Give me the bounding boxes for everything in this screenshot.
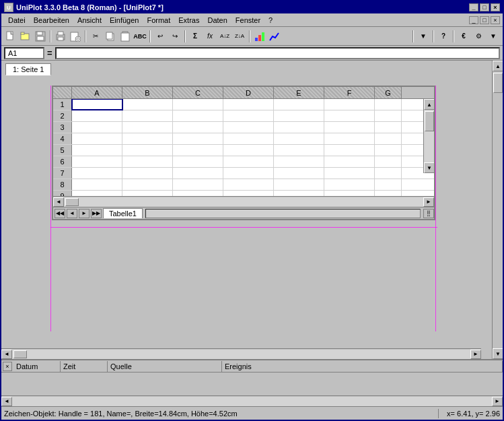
- col-header-E[interactable]: E: [274, 87, 324, 98]
- sheet-nav-first[interactable]: ◀◀: [55, 209, 65, 218]
- row-num-4[interactable]: 4: [53, 133, 72, 144]
- vscroll-track[interactable]: [493, 71, 503, 348]
- cell-b4[interactable]: [122, 133, 173, 144]
- cell-c1[interactable]: [173, 99, 223, 110]
- cell-c7[interactable]: [173, 168, 223, 179]
- cell-f7[interactable]: [324, 168, 375, 179]
- cell-g4[interactable]: [375, 133, 402, 144]
- row-num-8[interactable]: 8: [53, 179, 72, 190]
- menu-bearbeiten[interactable]: Bearbeiten: [30, 15, 73, 26]
- help-button[interactable]: ?: [437, 30, 450, 43]
- cell-d9[interactable]: [223, 191, 274, 196]
- menu-extras[interactable]: Extras: [174, 15, 203, 26]
- cell-e5[interactable]: [274, 145, 324, 156]
- menu-daten[interactable]: Daten: [203, 15, 231, 26]
- cell-f4[interactable]: [324, 133, 375, 144]
- sheet-horizontal-scrollbar[interactable]: ◄ ►: [53, 196, 434, 207]
- log-hscroll-right[interactable]: ►: [492, 397, 503, 406]
- copy-button[interactable]: [104, 30, 117, 43]
- menu-fenster[interactable]: Fenster: [231, 15, 264, 26]
- cell-d6[interactable]: [223, 156, 274, 167]
- cell-g2[interactable]: [375, 110, 402, 121]
- cell-e3[interactable]: [274, 122, 324, 133]
- new-button[interactable]: [4, 30, 17, 43]
- mdi-maximize-button[interactable]: □: [480, 16, 489, 24]
- cell-f9[interactable]: [324, 191, 375, 196]
- cell-f5[interactable]: [324, 145, 375, 156]
- outer-hscroll-track[interactable]: [12, 350, 470, 359]
- col-header-G[interactable]: G: [375, 87, 402, 98]
- cell-f1[interactable]: [324, 99, 375, 110]
- dropdown-btn-1[interactable]: ▼: [417, 30, 430, 43]
- sheet-vscroll-up[interactable]: ▲: [424, 99, 434, 110]
- cell-e9[interactable]: [274, 191, 324, 196]
- sheet-nav-prev[interactable]: ◄: [67, 209, 77, 218]
- cell-g8[interactable]: [375, 179, 402, 190]
- cell-a4[interactable]: [72, 133, 122, 144]
- cell-c8[interactable]: [173, 179, 223, 190]
- sheet-nav-last[interactable]: ▶▶: [91, 209, 102, 218]
- fx-button[interactable]: fx: [203, 30, 217, 43]
- cell-d2[interactable]: [223, 110, 274, 121]
- log-close-button[interactable]: ×: [3, 362, 12, 371]
- cell-a1[interactable]: [72, 99, 122, 110]
- cell-b2[interactable]: [122, 110, 173, 121]
- cell-d7[interactable]: [223, 168, 274, 179]
- log-hscroll-track[interactable]: [12, 397, 492, 406]
- mdi-close-button[interactable]: ×: [491, 16, 500, 24]
- menu-datei[interactable]: Datei: [4, 15, 30, 26]
- cell-b3[interactable]: [122, 122, 173, 133]
- page-tab-1[interactable]: 1: Seite 1: [5, 63, 51, 75]
- vscroll-down-button[interactable]: ▼: [493, 348, 503, 359]
- save-button[interactable]: [34, 30, 47, 43]
- open-button[interactable]: [19, 30, 32, 43]
- chart-button[interactable]: [253, 30, 266, 43]
- cell-b6[interactable]: [122, 156, 173, 167]
- cut-button[interactable]: ✂: [89, 30, 102, 43]
- spell-check-button[interactable]: ABC: [133, 30, 147, 43]
- cell-b1[interactable]: [122, 99, 173, 110]
- paste-button[interactable]: [118, 30, 132, 43]
- cell-a9[interactable]: [72, 191, 122, 196]
- col-header-C[interactable]: C: [173, 87, 223, 98]
- cell-d4[interactable]: [223, 133, 274, 144]
- formula-input[interactable]: [55, 47, 500, 59]
- cell-c6[interactable]: [173, 156, 223, 167]
- app-icon[interactable]: U: [4, 3, 13, 12]
- cell-g1[interactable]: [375, 99, 402, 110]
- cell-a8[interactable]: [72, 179, 122, 190]
- cell-g3[interactable]: [375, 122, 402, 133]
- cell-g5[interactable]: [375, 145, 402, 156]
- cell-c5[interactable]: [173, 145, 223, 156]
- hscroll-left-btn[interactable]: ◄: [53, 197, 64, 207]
- sheet-tab-scroll[interactable]: [145, 209, 421, 218]
- cell-c4[interactable]: [173, 133, 223, 144]
- cell-a5[interactable]: [72, 145, 122, 156]
- row-num-1[interactable]: 1: [53, 99, 72, 110]
- cell-e6[interactable]: [274, 156, 324, 167]
- cell-g9[interactable]: [375, 191, 402, 196]
- row-num-9[interactable]: 9: [53, 191, 72, 196]
- cell-b5[interactable]: [122, 145, 173, 156]
- cell-c3[interactable]: [173, 122, 223, 133]
- sheet-resize-grip[interactable]: ⣿: [423, 209, 434, 218]
- cell-b8[interactable]: [122, 179, 173, 190]
- cell-d5[interactable]: [223, 145, 274, 156]
- cell-f6[interactable]: [324, 156, 375, 167]
- undo-button[interactable]: ↩: [153, 30, 167, 43]
- sheet-vscroll-track[interactable]: [424, 110, 434, 162]
- redo-button[interactable]: ↪: [168, 30, 182, 43]
- sheet-vscroll-thumb[interactable]: [425, 111, 434, 131]
- cell-g7[interactable]: [375, 168, 402, 179]
- cell-f2[interactable]: [324, 110, 375, 121]
- menu-einfuegen[interactable]: Einfügen: [106, 15, 143, 26]
- col-header-A[interactable]: A: [72, 87, 122, 98]
- row-num-6[interactable]: 6: [53, 156, 72, 167]
- cell-a6[interactable]: [72, 156, 122, 167]
- cell-e7[interactable]: [274, 168, 324, 179]
- sum-button[interactable]: Σ: [188, 30, 202, 43]
- row-num-7[interactable]: 7: [53, 168, 72, 179]
- print-button[interactable]: [54, 30, 67, 43]
- outer-horizontal-scrollbar[interactable]: ◄ ►: [1, 348, 481, 359]
- hscroll-track[interactable]: [64, 197, 423, 207]
